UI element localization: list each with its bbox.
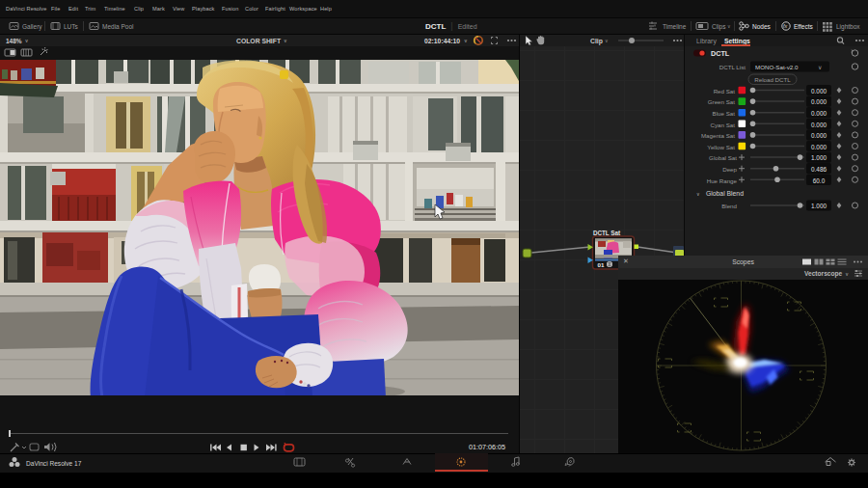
svg-text:0.000: 0.000	[811, 122, 827, 128]
svg-text:Global Blend: Global Blend	[706, 190, 744, 197]
svg-text:Lightbox: Lightbox	[836, 23, 860, 31]
svg-text:Clip: Clip	[590, 38, 603, 45]
svg-text:Gallery: Gallery	[22, 23, 42, 31]
svg-text:0.000: 0.000	[811, 88, 827, 95]
svg-text:0.000: 0.000	[811, 144, 827, 150]
svg-text:Timeline: Timeline	[663, 23, 687, 30]
svg-text:fx: fx	[783, 23, 788, 29]
svg-text:LUTs: LUTs	[64, 23, 79, 30]
svg-text:∨: ∨	[818, 65, 822, 70]
svg-text:∨: ∨	[605, 38, 609, 43]
svg-text:Green Sat: Green Sat	[708, 98, 735, 105]
svg-text:Hue Range: Hue Range	[707, 177, 738, 184]
svg-text:0.486: 0.486	[811, 166, 827, 173]
svg-text:Yellow Sat: Yellow Sat	[707, 144, 735, 150]
svg-text:Global Sat: Global Sat	[709, 154, 737, 161]
svg-text:Cyan Sat: Cyan Sat	[711, 122, 736, 128]
svg-text:Deep: Deep	[722, 166, 737, 173]
svg-text:Red Sat: Red Sat	[714, 88, 736, 95]
svg-text:0.000: 0.000	[811, 132, 827, 139]
svg-text:Magenta Sat: Magenta Sat	[701, 132, 735, 139]
svg-text:DCTL: DCTL	[711, 49, 730, 58]
svg-text:0.000: 0.000	[811, 110, 827, 117]
svg-text:Nodes: Nodes	[752, 23, 772, 30]
svg-text:1.000: 1.000	[811, 154, 827, 161]
svg-text:1.000: 1.000	[811, 203, 827, 209]
svg-text:MONO-Sat-v2.0: MONO-Sat-v2.0	[755, 64, 799, 70]
svg-text:Blue Sat: Blue Sat	[713, 110, 736, 117]
svg-text:∨: ∨	[696, 191, 700, 197]
svg-text:0.000: 0.000	[811, 98, 827, 105]
svg-text:Blend: Blend	[721, 203, 737, 209]
svg-text:Reload DCTL: Reload DCTL	[754, 76, 791, 83]
svg-text:DCTL Sat: DCTL Sat	[593, 230, 621, 236]
svg-text:Clips: Clips	[712, 23, 726, 31]
svg-text:Effects: Effects	[794, 23, 814, 30]
svg-text:∨: ∨	[727, 23, 731, 29]
svg-text:Media Pool: Media Pool	[102, 23, 134, 30]
svg-text:60.0: 60.0	[813, 177, 826, 184]
svg-text:01: 01	[598, 261, 605, 268]
svg-text:DCTL List: DCTL List	[719, 64, 746, 70]
